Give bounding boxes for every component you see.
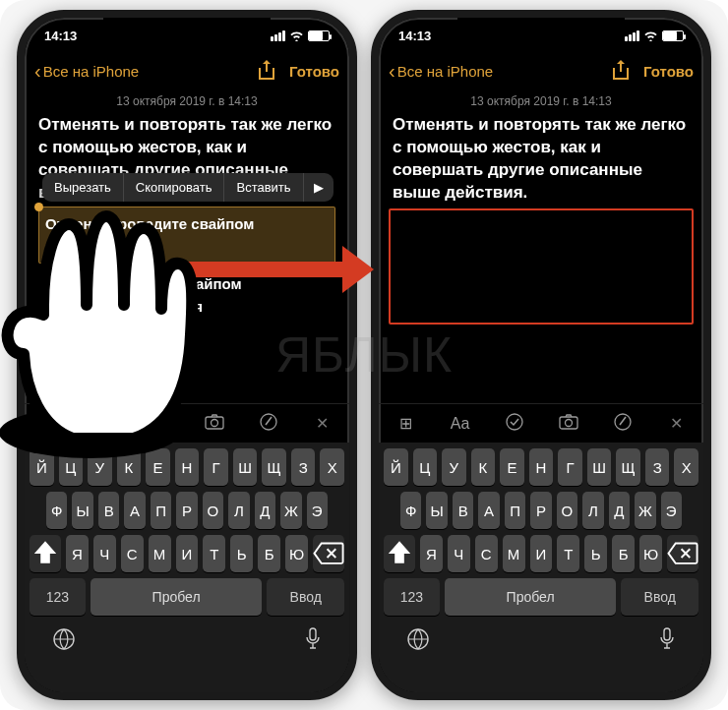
emoji-key[interactable]	[406, 627, 430, 656]
chevron-left-icon: ‹	[34, 61, 41, 81]
context-more[interactable]: ▶	[304, 173, 334, 202]
key-Я[interactable]: Я	[420, 535, 443, 572]
svg-point-8	[565, 419, 572, 426]
backspace-key[interactable]	[313, 535, 344, 572]
key-Ь[interactable]: Ь	[230, 535, 253, 572]
status-indicators	[625, 30, 684, 41]
key-М[interactable]: М	[503, 535, 525, 572]
markup-icon[interactable]	[252, 412, 285, 436]
signal-icon	[625, 30, 639, 41]
context-cut[interactable]: Вырезать	[42, 173, 124, 202]
context-copy[interactable]: Скопировать	[124, 173, 225, 202]
key-И[interactable]: И	[176, 535, 199, 572]
navbar: ‹ Все на iPhone Готово	[25, 51, 349, 90]
key-Й[interactable]: Й	[384, 448, 408, 486]
emoji-key[interactable]	[52, 627, 76, 656]
key-Ь[interactable]: Ь	[584, 535, 607, 572]
key-Э[interactable]: Э	[661, 492, 682, 529]
share-icon[interactable]	[612, 60, 630, 83]
key-Щ[interactable]: Щ	[262, 448, 286, 486]
close-icon[interactable]: ✕	[306, 414, 339, 433]
dictation-key[interactable]	[658, 627, 676, 656]
key-Ж[interactable]: Ж	[635, 492, 655, 529]
key-Э[interactable]: Э	[307, 492, 328, 529]
note-timestamp: 13 октября 2019 г. в 14:13	[393, 94, 690, 108]
key-А[interactable]: А	[478, 492, 499, 529]
key-Р[interactable]: Р	[530, 492, 551, 529]
done-button[interactable]: Готово	[289, 63, 339, 80]
key-Н[interactable]: Н	[529, 448, 554, 486]
text-format-icon[interactable]: Aa	[444, 415, 477, 433]
key-Ю[interactable]: Ю	[639, 535, 662, 572]
key-Ю[interactable]: Ю	[285, 535, 308, 572]
status-time: 14:13	[398, 29, 431, 43]
key-Щ[interactable]: Щ	[616, 448, 640, 486]
keyboard-row-3: ЯЧСМИТЬБЮ	[379, 529, 703, 572]
key-Ч[interactable]: Ч	[448, 535, 470, 572]
key-И[interactable]: И	[530, 535, 553, 572]
dictation-key[interactable]	[304, 627, 322, 656]
close-icon[interactable]: ✕	[660, 414, 694, 433]
space-key[interactable]: Пробел	[445, 578, 617, 616]
back-label: Все на iPhone	[43, 63, 140, 80]
key-П[interactable]: П	[151, 492, 171, 529]
key-Ш[interactable]: Ш	[233, 448, 258, 486]
key-Е[interactable]: Е	[500, 448, 524, 486]
key-Ы[interactable]: Ы	[72, 492, 92, 529]
key-Ш[interactable]: Ш	[587, 448, 612, 486]
key-А[interactable]: А	[124, 492, 145, 529]
done-button[interactable]: Готово	[643, 63, 694, 80]
key-Х[interactable]: Х	[320, 448, 344, 486]
numbers-key[interactable]: 123	[30, 578, 86, 616]
key-Ж[interactable]: Ж	[280, 492, 301, 529]
return-key[interactable]: Ввод	[267, 578, 344, 616]
table-icon[interactable]: ⊞	[390, 414, 423, 433]
key-П[interactable]: П	[505, 492, 525, 529]
note-title: Отменять и повторять так же легко с помо…	[393, 114, 690, 205]
key-Л[interactable]: Л	[582, 492, 603, 529]
return-key[interactable]: Ввод	[621, 578, 698, 616]
key-Р[interactable]: Р	[176, 492, 197, 529]
key-С[interactable]: С	[475, 535, 498, 572]
key-Б[interactable]: Б	[258, 535, 280, 572]
key-В[interactable]: В	[453, 492, 473, 529]
key-С[interactable]: С	[121, 535, 144, 572]
key-М[interactable]: М	[149, 535, 171, 572]
key-О[interactable]: О	[203, 492, 223, 529]
shift-key[interactable]	[30, 535, 61, 572]
key-Ф[interactable]: Ф	[46, 492, 67, 529]
key-Х[interactable]: Х	[674, 448, 698, 486]
key-Ф[interactable]: Ф	[400, 492, 421, 529]
key-Ы[interactable]: Ы	[426, 492, 447, 529]
space-key[interactable]: Пробел	[91, 578, 263, 616]
key-В[interactable]: В	[98, 492, 119, 529]
key-Л[interactable]: Л	[228, 492, 249, 529]
signal-icon	[271, 30, 285, 41]
camera-icon[interactable]	[552, 414, 585, 434]
key-Т[interactable]: Т	[203, 535, 225, 572]
key-У[interactable]: У	[442, 448, 466, 486]
numbers-key[interactable]: 123	[384, 578, 440, 616]
keyboard-row-4: 123 Пробел Ввод	[379, 572, 703, 621]
key-Ц[interactable]: Ц	[413, 448, 438, 486]
shift-key[interactable]	[384, 535, 415, 572]
checklist-icon[interactable]	[498, 412, 531, 436]
key-Я[interactable]: Я	[66, 535, 89, 572]
share-icon[interactable]	[258, 60, 275, 83]
key-Ч[interactable]: Ч	[93, 535, 116, 572]
markup-icon[interactable]	[606, 412, 639, 436]
key-Д[interactable]: Д	[609, 492, 630, 529]
back-button[interactable]: ‹ Все на iPhone	[389, 61, 612, 81]
key-З[interactable]: З	[291, 448, 316, 486]
key-Г[interactable]: Г	[558, 448, 582, 486]
key-Т[interactable]: Т	[557, 535, 579, 572]
key-К[interactable]: К	[471, 448, 496, 486]
keyboard: ЙЦУКЕНГШЩЗХ ФЫВАПРОЛДЖЭ ЯЧСМИТЬБЮ 123 Пр…	[25, 443, 349, 692]
backspace-key[interactable]	[667, 535, 698, 572]
key-Б[interactable]: Б	[612, 535, 635, 572]
key-О[interactable]: О	[557, 492, 577, 529]
key-З[interactable]: З	[645, 448, 670, 486]
key-Д[interactable]: Д	[255, 492, 275, 529]
context-paste[interactable]: Вставить	[224, 173, 303, 202]
back-button[interactable]: ‹ Все на iPhone	[34, 61, 258, 81]
